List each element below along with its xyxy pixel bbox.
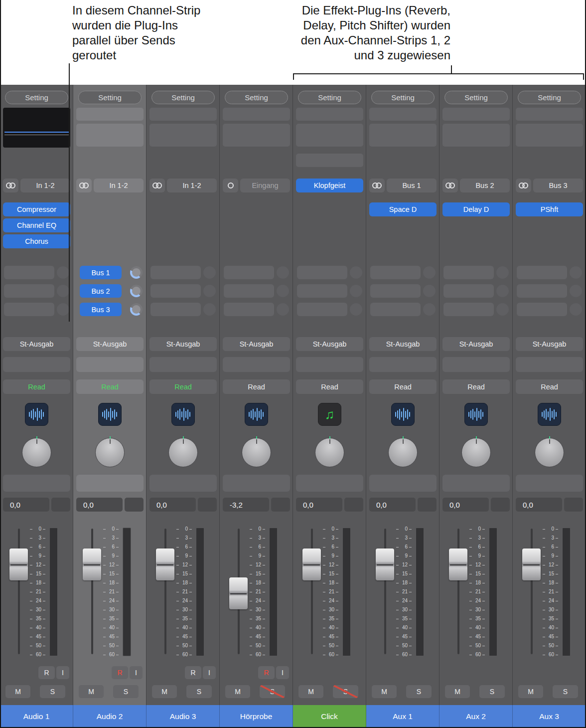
record-button[interactable]: R	[185, 666, 201, 679]
empty-slot[interactable]	[516, 108, 583, 121]
send-knob[interactable]	[57, 303, 69, 316]
empty-slot[interactable]	[442, 108, 510, 121]
send-slot[interactable]	[224, 284, 274, 298]
input-button[interactable]: Bus 2	[460, 179, 510, 192]
empty-slot[interactable]	[223, 475, 290, 492]
record-button[interactable]: R	[258, 666, 275, 679]
mute-button[interactable]: M	[225, 685, 250, 698]
plugin-slot[interactable]: Space D	[369, 202, 437, 216]
send-knob[interactable]	[203, 303, 216, 316]
group-slot[interactable]	[76, 357, 144, 372]
track-name[interactable]: Audio 3	[146, 705, 220, 728]
empty-slot[interactable]	[296, 154, 363, 167]
output-button[interactable]: St-Ausgab	[3, 337, 70, 351]
input-button[interactable]: Eingang	[240, 179, 290, 192]
send-slot[interactable]	[150, 284, 201, 298]
send-knob[interactable]	[130, 266, 143, 279]
solo-button[interactable]: S	[186, 685, 212, 698]
pan-knob[interactable]	[388, 438, 418, 467]
setting-button[interactable]: Setting	[371, 91, 435, 104]
group-slot[interactable]	[3, 357, 70, 372]
track-name[interactable]: Audio 2	[73, 705, 146, 728]
output-button[interactable]: St-Ausgab	[442, 337, 510, 351]
send-slot[interactable]	[443, 266, 494, 279]
empty-slot[interactable]	[516, 475, 583, 492]
send-knob[interactable]	[57, 266, 69, 279]
group-slot[interactable]	[516, 357, 583, 372]
send-knob[interactable]	[423, 266, 436, 279]
group-slot[interactable]	[149, 357, 217, 372]
output-button[interactable]: St-Ausgab	[369, 337, 437, 351]
record-button[interactable]: R	[112, 666, 128, 679]
input-monitor-button[interactable]: I	[130, 666, 143, 679]
volume-display[interactable]: 0,0	[516, 498, 562, 512]
mute-button[interactable]: M	[518, 685, 543, 698]
input-button[interactable]: In 1-2	[20, 179, 70, 192]
track-name[interactable]: Hörprobe	[220, 705, 293, 728]
mute-button[interactable]: M	[445, 685, 470, 698]
pan-knob[interactable]	[168, 438, 198, 467]
empty-slot[interactable]	[369, 108, 437, 121]
empty-slot[interactable]	[442, 124, 510, 147]
empty-slot[interactable]	[516, 124, 583, 147]
input-button[interactable]: Bus 1	[387, 179, 437, 192]
volume-display[interactable]: 0,0	[3, 498, 49, 512]
send-knob[interactable]	[496, 285, 509, 297]
send-bus-button[interactable]: Bus 1	[80, 266, 122, 279]
setting-button[interactable]: Setting	[444, 91, 508, 104]
input-button[interactable]: In 1-2	[167, 179, 217, 192]
group-slot[interactable]	[369, 357, 437, 372]
automation-button[interactable]: Read	[442, 379, 510, 394]
pan-knob[interactable]	[22, 438, 51, 467]
send-slot[interactable]	[517, 284, 567, 298]
send-slot[interactable]	[4, 266, 54, 279]
record-button[interactable]: R	[38, 666, 55, 679]
send-knob[interactable]	[423, 303, 436, 316]
send-knob[interactable]	[130, 285, 143, 297]
plugin-slot[interactable]: Channel EQ	[3, 218, 70, 232]
send-knob[interactable]	[203, 266, 216, 279]
send-slot[interactable]	[4, 284, 54, 298]
send-slot[interactable]	[4, 303, 54, 316]
empty-slot[interactable]	[223, 124, 290, 147]
track-name[interactable]: Click	[293, 705, 366, 728]
instrument-button[interactable]: Klopfgeist	[296, 179, 363, 192]
send-slot[interactable]	[443, 303, 494, 316]
plugin-slot[interactable]: Delay D	[442, 202, 510, 216]
pan-knob[interactable]	[242, 438, 271, 467]
volume-display[interactable]: 0,0	[369, 498, 416, 512]
mute-button[interactable]: M	[372, 685, 397, 698]
volume-display[interactable]: 0,0	[76, 498, 123, 512]
pan-knob[interactable]	[535, 438, 564, 467]
pan-knob[interactable]	[461, 438, 491, 467]
solo-button[interactable]: S	[40, 685, 65, 698]
output-button[interactable]: St-Ausgab	[296, 337, 363, 351]
automation-button[interactable]: Read	[516, 379, 583, 394]
output-button[interactable]: St-Ausgab	[223, 337, 290, 351]
output-button[interactable]: St-Ausgab	[149, 337, 217, 351]
send-knob[interactable]	[277, 266, 289, 279]
output-button[interactable]: St-Ausgab	[76, 337, 144, 351]
send-knob[interactable]	[496, 303, 509, 316]
send-knob[interactable]	[130, 303, 143, 316]
input-monitor-button[interactable]: I	[276, 666, 289, 679]
solo-button[interactable]: S	[553, 685, 578, 698]
send-slot[interactable]	[517, 266, 567, 279]
send-slot[interactable]	[370, 284, 421, 298]
solo-button[interactable]: S	[260, 685, 285, 698]
empty-slot[interactable]	[149, 475, 217, 492]
fader-handle[interactable]	[522, 548, 541, 580]
empty-slot[interactable]	[296, 124, 363, 147]
setting-button[interactable]: Setting	[518, 91, 581, 104]
empty-slot[interactable]	[3, 475, 70, 492]
send-knob[interactable]	[496, 266, 509, 279]
plugin-slot[interactable]: Compressor	[3, 202, 70, 216]
solo-button[interactable]: S	[113, 685, 139, 698]
group-slot[interactable]	[442, 357, 510, 372]
fader-handle[interactable]	[229, 577, 248, 609]
setting-button[interactable]: Setting	[151, 91, 215, 104]
automation-button[interactable]: Read	[369, 379, 437, 394]
empty-slot[interactable]	[76, 108, 144, 121]
fader-handle[interactable]	[449, 548, 467, 580]
send-knob[interactable]	[570, 266, 582, 279]
